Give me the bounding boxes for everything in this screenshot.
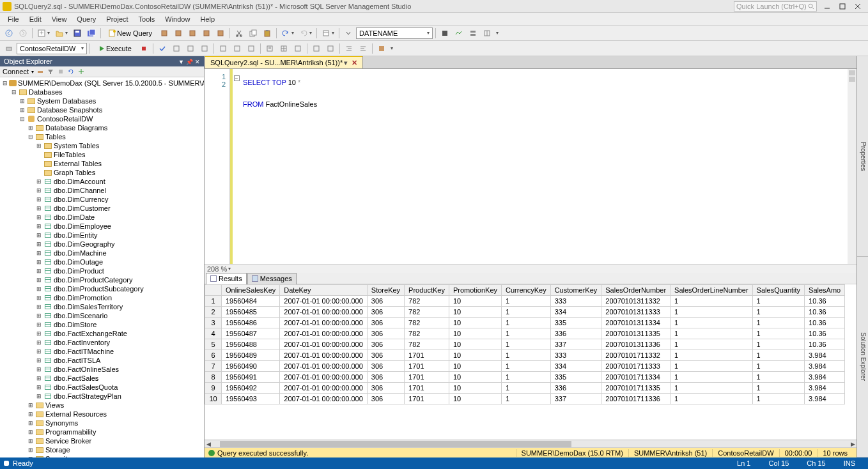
cell[interactable]: 10.36 [805, 328, 845, 339]
cell[interactable]: 1 [502, 307, 551, 318]
object-explorer-header[interactable]: Object Explorer ▼ 📌 ✕ [0, 56, 204, 66]
tree-item[interactable]: ⊞Database Snapshots [0, 105, 204, 114]
tree-expander[interactable]: ⊞ [36, 178, 42, 185]
cell[interactable]: 20070101311333 [601, 307, 670, 318]
actual-plan-button[interactable] [217, 42, 229, 55]
cell[interactable]: 1 [670, 383, 753, 394]
table-row[interactable]: 8195604912007-01-01 00:00:00.00030617011… [205, 372, 845, 383]
live-query-button[interactable] [438, 27, 451, 40]
tree-expander[interactable]: ⊞ [36, 241, 42, 247]
tree-item[interactable]: FileTables [0, 150, 204, 159]
tree-item[interactable]: ⊞System Databases [0, 96, 204, 105]
paste-button[interactable] [261, 27, 274, 40]
cell[interactable]: 1 [752, 383, 804, 394]
cell[interactable]: 306 [367, 383, 404, 394]
code-area[interactable]: SELECT TOP 10 * FROM FactOnlineSales [240, 69, 848, 264]
menu-help[interactable]: Help [195, 14, 220, 24]
activity-monitor-button[interactable] [453, 27, 465, 40]
tree-expander[interactable]: ⊞ [36, 348, 42, 355]
cell[interactable]: 306 [367, 350, 404, 361]
cell[interactable]: 20070101711333 [601, 361, 670, 372]
cell[interactable]: 3.984 [805, 350, 845, 361]
tree-item[interactable]: ⊞Programmability [0, 427, 204, 436]
results-file-button[interactable] [291, 42, 304, 55]
tree-item[interactable]: ⊞Synonyms [0, 419, 204, 427]
client-stats-button[interactable] [245, 42, 258, 55]
tree-item[interactable]: ⊞dbo.DimPromotion [0, 293, 204, 302]
cell[interactable]: 782 [405, 339, 449, 350]
cell[interactable]: 10 [449, 383, 501, 394]
column-header[interactable]: SalesOrderLineNumber [670, 285, 753, 296]
cell[interactable]: 2007-01-01 00:00:00.000 [280, 307, 368, 318]
cell[interactable]: 2007-01-01 00:00:00.000 [280, 383, 368, 394]
refresh-icon[interactable] [67, 68, 75, 75]
cell[interactable]: 20070101311335 [601, 328, 670, 339]
dmx-button[interactable] [186, 27, 199, 40]
solution-explorer-side-tab[interactable]: Solution Explorer [857, 257, 868, 457]
tree-item[interactable]: ⊞dbo.DimStore [0, 320, 204, 329]
cell[interactable]: 2007-01-01 00:00:00.000 [280, 296, 368, 307]
cell[interactable]: 337 [550, 394, 601, 404]
cell[interactable]: 306 [367, 361, 404, 372]
tree-expander[interactable]: ⊞ [36, 339, 42, 346]
cell[interactable]: 337 [550, 339, 601, 350]
scroll-left-icon[interactable]: ◀ [205, 441, 212, 447]
object-explorer-tree[interactable]: ⊟SUMMER\DemoDax (SQL Server 15.0.2000.5 … [0, 77, 204, 457]
tree-item[interactable]: ⊞dbo.DimGeography [0, 240, 204, 249]
tree-expander[interactable]: ⊞ [36, 214, 42, 220]
filter-icon[interactable] [47, 68, 54, 75]
close-button[interactable] [850, 1, 865, 12]
cell[interactable]: 10.36 [805, 339, 845, 350]
cell[interactable]: 1701 [405, 361, 449, 372]
cell[interactable]: 20070101711334 [601, 372, 670, 383]
tree-item[interactable]: ⊞dbo.DimEmployee [0, 222, 204, 231]
tree-item[interactable]: ⊞System Tables [0, 141, 204, 150]
pin-icon[interactable]: 📌 [186, 59, 193, 65]
menu-tools[interactable]: Tools [134, 14, 160, 24]
zoom-value[interactable]: 208 % [207, 265, 227, 273]
cell[interactable]: 2007-01-01 00:00:00.000 [280, 339, 368, 350]
plus-icon[interactable] [77, 68, 85, 75]
messages-tab[interactable]: Messages [247, 273, 297, 284]
table-row[interactable]: 10195604932007-01-01 00:00:00.0003061701… [205, 394, 845, 404]
table-row[interactable]: 6195604892007-01-01 00:00:00.00030617011… [205, 350, 845, 361]
tree-expander[interactable]: ⊞ [27, 420, 34, 426]
intellisense-button[interactable] [198, 42, 211, 55]
column-header[interactable]: OnlineSalesKey [222, 285, 280, 296]
template-browser-button[interactable] [481, 27, 493, 40]
tree-item[interactable]: ⊞dbo.DimCurrency [0, 195, 204, 204]
tree-expander[interactable]: ⊞ [36, 393, 42, 399]
cell[interactable]: 19560484 [222, 296, 280, 307]
tree-item[interactable]: ⊞Storage [0, 445, 204, 454]
cell[interactable]: 19560486 [222, 318, 280, 328]
row-number[interactable]: 2 [205, 307, 222, 318]
cell[interactable]: 10 [449, 307, 501, 318]
chevron-down-icon[interactable]: ▼ [178, 59, 184, 65]
tree-expander[interactable]: ⊞ [36, 330, 42, 337]
cell[interactable]: 336 [550, 328, 601, 339]
tree-expander[interactable]: ⊞ [27, 411, 34, 417]
tree-item[interactable]: ⊞dbo.FactITSLA [0, 356, 204, 365]
tree-item[interactable]: External Tables [0, 159, 204, 168]
tree-item[interactable]: ⊞dbo.DimEntity [0, 231, 204, 240]
cell[interactable]: 10.36 [805, 307, 845, 318]
cell[interactable]: 3.984 [805, 394, 845, 404]
cell[interactable]: 306 [367, 339, 404, 350]
cell[interactable]: 20070101311332 [601, 296, 670, 307]
horizontal-scrollbar[interactable]: ◀ ▶ [205, 440, 856, 447]
cell[interactable]: 1 [502, 350, 551, 361]
cell[interactable]: 2007-01-01 00:00:00.000 [280, 328, 368, 339]
tree-item[interactable]: Graph Tables [0, 168, 204, 177]
table-row[interactable]: 5195604882007-01-01 00:00:00.00030678210… [205, 339, 845, 350]
tree-expander[interactable]: ⊞ [36, 312, 42, 319]
uncomment-button[interactable] [324, 42, 337, 55]
cell[interactable]: 3.984 [805, 372, 845, 383]
cell[interactable]: 10.36 [805, 296, 845, 307]
tree-expander[interactable]: ⊟ [27, 134, 34, 140]
cell[interactable]: 19560492 [222, 383, 280, 394]
cell[interactable]: 1 [502, 296, 551, 307]
cell[interactable]: 1 [752, 361, 804, 372]
column-header[interactable]: CurrencyKey [502, 285, 551, 296]
indent-button[interactable] [343, 42, 355, 55]
tree-item[interactable]: ⊞dbo.FactStrategyPlan [0, 392, 204, 401]
